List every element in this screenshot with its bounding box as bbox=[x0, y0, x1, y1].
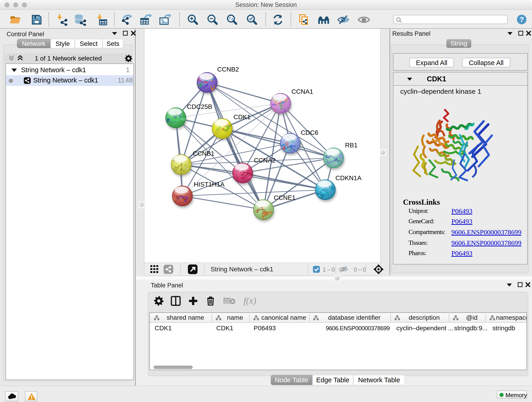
svg-text:CCNA2: CCNA2 bbox=[254, 157, 276, 164]
svg-text:CDC25B: CDC25B bbox=[187, 103, 212, 110]
svg-text:CCNA1: CCNA1 bbox=[291, 88, 313, 95]
svg-text:f(x): f(x) bbox=[244, 295, 256, 306]
svg-text:CDK1: CDK1 bbox=[234, 114, 251, 121]
svg-text:CCNE1: CCNE1 bbox=[274, 194, 296, 201]
svg-text:?: ? bbox=[519, 15, 524, 24]
svg-text:CDKN1A: CDKN1A bbox=[336, 174, 361, 182]
svg-text:RB1: RB1 bbox=[345, 142, 357, 149]
svg-text:HIST1H1A: HIST1H1A bbox=[194, 181, 225, 188]
svg-text:CDC6: CDC6 bbox=[301, 129, 318, 136]
svg-text:CCNB2: CCNB2 bbox=[217, 66, 239, 73]
svg-text:CCNB1: CCNB1 bbox=[193, 150, 215, 157]
